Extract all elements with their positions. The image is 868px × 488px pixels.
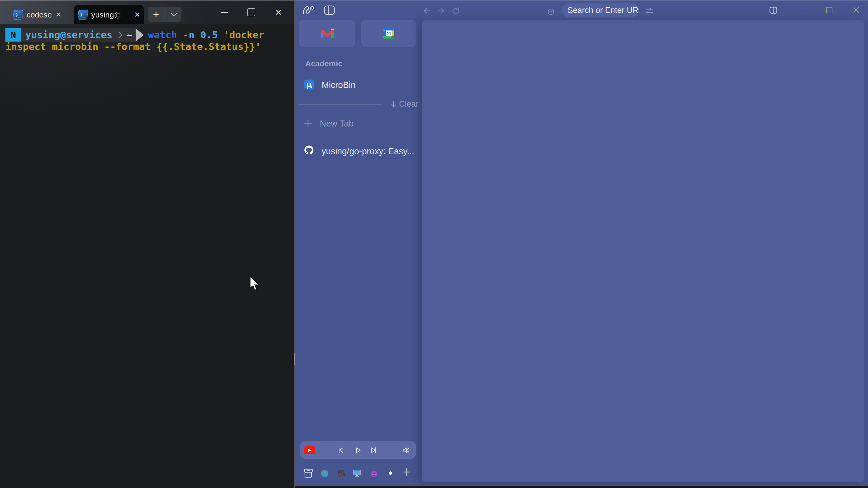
tab-actions-panel: + [148, 7, 181, 22]
tab-label: codese [27, 10, 52, 20]
next-track-button[interactable] [370, 447, 378, 454]
command-line-2: inspect microbin --format {{.State.Statu… [5, 41, 261, 53]
google-calendar-icon: 21 [383, 28, 394, 39]
tab-label: yusing@ [91, 10, 122, 20]
powershell-icon: ❯_ [78, 10, 88, 20]
plus-icon [304, 119, 313, 128]
close-icon [853, 7, 860, 13]
github-icon[interactable] [304, 145, 314, 155]
chevron-right-icon [116, 32, 123, 38]
taskbar-edge [295, 486, 868, 488]
workspace-movie-camera-icon[interactable] [338, 470, 346, 477]
prompt-line: N yusing@services ~ watch -n 0.5 'docker [5, 28, 264, 41]
new-tab-button[interactable]: New Tab [304, 119, 353, 129]
workspace-desktop-computer-icon[interactable] [353, 469, 361, 477]
forward-button[interactable] [437, 7, 445, 15]
preferences-sliders-icon[interactable] [645, 7, 653, 14]
current-directory: ~ [126, 29, 132, 41]
browser-minimize-button[interactable] [794, 1, 810, 19]
terminal-tab-bar: ❯_ codese ✕ ❯_ yusing@ ✕ + ✕ [0, 0, 294, 24]
terminal-tab-codeserver[interactable]: ❯_ codese ✕ [9, 5, 65, 25]
powerline-segment: yusing@services ~ [21, 28, 135, 41]
sidebar-toggle-button[interactable] [324, 5, 335, 15]
previous-track-button[interactable] [337, 447, 344, 454]
minimize-icon [799, 10, 805, 10]
volume-button[interactable] [402, 447, 410, 454]
minimize-icon [221, 12, 228, 13]
youtube-icon[interactable] [304, 446, 315, 454]
chevron-down-icon [171, 10, 177, 16]
media-player [300, 441, 416, 459]
arrow-down-icon [390, 101, 397, 108]
pinned-tab-gmail[interactable] [299, 20, 355, 47]
browser-window: 21 Academic µ MicroBin Clear New Tab [295, 0, 868, 488]
svg-text:21: 21 [386, 31, 391, 36]
clear-tabs-button[interactable]: Clear [390, 99, 418, 109]
terminal-tab-yusing-active[interactable]: ❯_ yusing@ ✕ [74, 5, 144, 25]
url-search-bar[interactable]: Search or Enter URL... [562, 3, 639, 18]
play-button[interactable] [354, 447, 362, 454]
terminal-maximize-button[interactable] [242, 1, 261, 24]
powerline-arrow-icon [135, 28, 144, 41]
plus-icon [402, 467, 411, 477]
workspace-section-label: Academic [305, 59, 342, 68]
browser-close-button[interactable] [848, 1, 864, 19]
terminal-window: ❯_ codese ✕ ❯_ yusing@ ✕ + ✕ N yus [0, 0, 294, 488]
sidebar-tab-go-proxy[interactable]: yusing/go-proxy: Easy... [321, 147, 414, 156]
workspace-active-dot[interactable] [389, 471, 392, 475]
sidebar-tab-microbin[interactable]: MicroBin [321, 80, 355, 90]
terminal-close-button[interactable]: ✕ [269, 1, 288, 24]
pinned-tab-google-calendar[interactable]: 21 [361, 20, 416, 47]
split-view-button[interactable] [770, 7, 777, 14]
terminal-screen[interactable]: N yusing@services ~ watch -n 0.5 'docker… [0, 24, 294, 488]
profile-dropdown-button[interactable] [165, 12, 182, 16]
tab-close-icon[interactable]: ✕ [134, 11, 140, 19]
add-workspace-button[interactable] [402, 467, 411, 477]
maximize-icon [826, 7, 832, 13]
microbin-favicon[interactable]: µ [304, 79, 314, 90]
nix-env-badge: N [5, 28, 21, 41]
browser-maximize-button[interactable] [821, 1, 837, 19]
tab-close-icon[interactable]: ✕ [56, 11, 61, 19]
link-icon[interactable] [547, 8, 555, 16]
gmail-icon [321, 29, 334, 38]
workspace-devil-face-icon[interactable] [370, 469, 378, 478]
maximize-icon [247, 8, 255, 16]
back-button[interactable] [423, 7, 431, 15]
close-icon: ✕ [275, 7, 282, 18]
new-terminal-tab-button[interactable]: + [148, 7, 164, 21]
command-line-1: watch -n 0.5 'docker [148, 29, 264, 41]
screen: ❯_ codese ✕ ❯_ yusing@ ✕ + ✕ N yus [0, 0, 868, 488]
workspace-earth-globe-icon[interactable] [321, 469, 329, 478]
user-host: yusing@services [25, 29, 113, 41]
reload-button[interactable] [451, 7, 460, 16]
browser-content-area[interactable] [422, 20, 864, 482]
divider [299, 104, 381, 105]
terminal-minimize-button[interactable] [215, 1, 234, 24]
powershell-icon: ❯_ [13, 10, 23, 20]
zen-browser-logo-button[interactable] [302, 4, 315, 16]
mouse-cursor [250, 276, 261, 292]
archive-icon[interactable] [303, 468, 313, 478]
